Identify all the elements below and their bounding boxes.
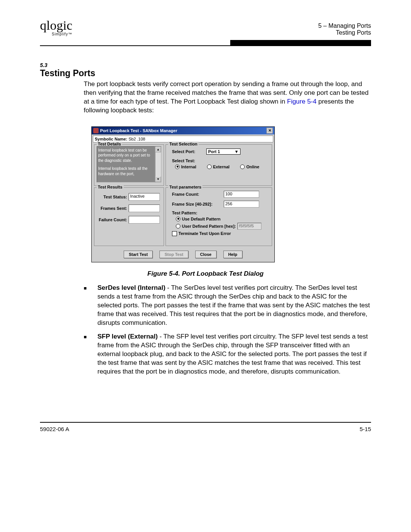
section-title: Testing Ports	[40, 68, 371, 78]
bullet-list: ■ SerDes level (Internal) - The SerDes l…	[84, 284, 371, 376]
test-results-fieldset: Test Results Test Status: Inactive Frame…	[94, 187, 164, 246]
frames-sent-field	[129, 204, 160, 212]
page-topic: Testing Ports	[318, 29, 371, 36]
logo-block: qlogic Simplify™	[40, 19, 72, 36]
figure-link[interactable]: Figure 5-4	[287, 98, 316, 105]
chapter-label: 5 – Managing Ports	[318, 22, 371, 29]
select-test-label: Select Test:	[172, 158, 202, 163]
select-port-dropdown[interactable]: Port 1 ▼	[206, 149, 241, 155]
test-status-label: Test Status:	[98, 195, 127, 199]
dialog-titlebar: Port Loopback Test - SANbox Manager ✕	[92, 127, 274, 134]
scroll-up-icon[interactable]: ▲	[155, 147, 161, 152]
bullet-icon: ■	[84, 284, 97, 328]
test-status-field: Inactive	[129, 193, 160, 201]
frame-count-input[interactable]: 100	[224, 191, 259, 198]
user-defined-input: f5f5f5f5	[237, 223, 261, 230]
stop-test-button: Stop Test	[159, 251, 188, 258]
dialog-title: Port Loopback Test - SANbox Manager	[100, 128, 177, 133]
close-button[interactable]: ✕	[266, 128, 273, 134]
terminate-on-error-checkbox[interactable]: Terminate Test Upon Error	[172, 231, 269, 236]
app-icon	[93, 128, 99, 133]
use-default-pattern-radio[interactable]: Use Default Pattern	[176, 217, 269, 221]
help-button[interactable]: Help	[223, 251, 242, 258]
list-item: ■ SFP level (External) - The SFP level t…	[84, 332, 371, 376]
radio-online[interactable]: Online	[240, 165, 259, 169]
frame-size-label: Frame Size [40-292]:	[172, 202, 221, 206]
list-item: ■ SerDes level (Internal) - The SerDes l…	[84, 284, 371, 328]
close-button[interactable]: Close	[195, 251, 217, 258]
test-selection-fieldset: Test Selection Select Port: Port 1 ▼ Sel…	[166, 144, 272, 186]
header-rule	[40, 45, 371, 46]
figure-caption: Figure 5-4. Port Loopback Test Dialog	[40, 270, 371, 278]
test-pattern-label: Test Pattern:	[172, 211, 269, 215]
select-port-label: Select Port:	[172, 149, 202, 154]
frame-size-input[interactable]: 256	[224, 201, 259, 208]
footer-rule	[40, 422, 371, 423]
user-defined-pattern-radio[interactable]: User Defined Pattern [hex]: f5f5f5f5	[176, 223, 269, 230]
logo-subtext: Simplify™	[40, 32, 72, 36]
intro-paragraph: The port loopback tests verify correct p…	[84, 80, 371, 115]
logo-text: qlogic	[40, 19, 72, 32]
scroll-down-icon[interactable]: ▼	[155, 176, 161, 182]
details-scrollbar[interactable]: ▲ ▼	[155, 146, 161, 182]
section-number: 5.3	[40, 62, 371, 68]
start-test-button[interactable]: Start Test	[124, 251, 153, 258]
header-black-bar	[230, 40, 371, 45]
chevron-down-icon: ▼	[234, 149, 239, 154]
dialog-button-row: Start Test Stop Test Close Help	[93, 247, 273, 262]
page-number: 5-15	[360, 426, 371, 432]
test-details-text: Internal loopback test can be performed …	[97, 146, 155, 182]
page-footer: 59022-06 A 5-15	[40, 426, 371, 432]
test-parameters-fieldset: Test parameters Frame Count: 100 Frame S…	[166, 187, 272, 246]
bullet-icon: ■	[84, 332, 97, 376]
frame-count-label: Frame Count:	[172, 192, 221, 197]
failure-count-field	[129, 216, 160, 224]
doc-number: 59022-06 A	[40, 426, 69, 432]
frames-sent-label: Frames Sent:	[98, 206, 127, 211]
page-header: qlogic Simplify™ 5 – Managing Ports Test…	[40, 19, 371, 36]
failure-count-label: Failure Count:	[98, 217, 127, 222]
radio-external[interactable]: External	[207, 165, 229, 169]
figure-wrap: Port Loopback Test - SANbox Manager ✕ Sy…	[91, 126, 371, 262]
header-chapter-block: 5 – Managing Ports Testing Ports	[318, 22, 371, 36]
loopback-dialog: Port Loopback Test - SANbox Manager ✕ Sy…	[91, 126, 275, 262]
test-details-fieldset: Test Details Internal loopback test can …	[94, 144, 164, 186]
radio-internal[interactable]: Internal	[175, 165, 196, 169]
